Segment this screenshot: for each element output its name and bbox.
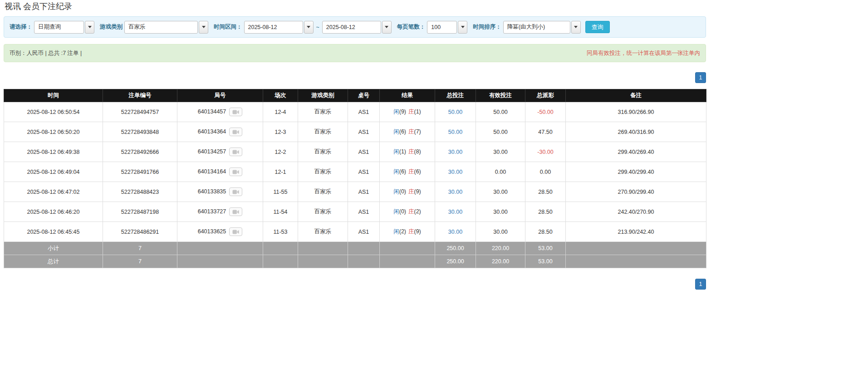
cell-time: 2025-08-12 06:47:02 [4,182,103,202]
table-row: 2025-08-12 06:49:38522728492666640134257… [4,142,706,162]
cell-session: 11-53 [263,222,298,242]
video-camera-icon [232,149,239,155]
time-sort-input[interactable]: 降冪(由大到小) [503,21,570,34]
cell-session: 12-4 [263,102,298,122]
column-header: 总投注 [435,89,476,102]
cell-payout: -50.00 [525,102,566,122]
cell-time: 2025-08-12 06:50:20 [4,122,103,142]
date-from-input[interactable]: 2025-08-12 [244,21,303,34]
result-player-label: 闲 [393,128,399,135]
cell-table-no: AS1 [348,122,380,142]
total-bet-link[interactable]: 30.00 [448,169,462,175]
footer-empty [348,255,380,268]
search-button[interactable]: 查询 [585,21,610,33]
footer-label: 小计 [4,242,103,255]
column-header: 有效投注 [476,89,525,102]
cell-session: 11-54 [263,202,298,222]
date-from-dropdown-arrow-icon[interactable] [304,21,314,34]
time-sort-dropdown-arrow-icon[interactable] [571,21,581,34]
page-number-button[interactable]: 1 [695,72,706,83]
page-size-dropdown-arrow-icon[interactable] [458,21,467,34]
cell-game-type: 百家乐 [298,122,348,142]
page-size-combo: 100 [427,21,467,34]
page-number-button[interactable]: 1 [695,279,706,290]
total-bet-link[interactable]: 50.00 [448,109,462,115]
cell-bet-id: 522728494757 [103,102,177,122]
footer-empty [263,255,298,268]
cell-result: 闲(0)庄(9) [380,182,435,202]
video-replay-button[interactable] [229,227,242,236]
cell-session: 12-1 [263,162,298,182]
cell-valid-bet: 30.00 [476,222,525,242]
column-header: 备注 [566,89,706,102]
cell-game-type: 百家乐 [298,162,348,182]
footer-empty [566,255,706,268]
result-player-value: (1) [399,148,406,155]
cell-round-id: 640133625 [177,222,263,242]
summary-currency-count-text: 币别：人民币 | 总共 :7 注单 | [10,49,82,57]
video-replay-button[interactable] [229,207,242,216]
total-bet-link[interactable]: 30.00 [448,149,462,155]
footer-empty [263,242,298,255]
table-row: 2025-08-12 06:47:02522728488423640133835… [4,182,706,202]
footer-empty [298,255,348,268]
column-header: 注单编号 [103,89,177,102]
game-type-dropdown-arrow-icon[interactable] [199,21,208,34]
footer-payout: 53.00 [525,255,566,268]
round-id-text: 640134164 [198,168,226,175]
result-banker-value: (1) [414,108,421,115]
select-type-label: 请选择： [10,23,32,31]
cell-table-no: AS1 [348,142,380,162]
cell-valid-bet: 30.00 [476,142,525,162]
date-range-separator: ~ [316,24,319,30]
time-range-label: 时间区间： [214,23,242,31]
cell-game-type: 百家乐 [298,182,348,202]
cell-total-bet: 30.00 [435,142,476,162]
page-size-input[interactable]: 100 [427,21,457,34]
cell-total-bet: 30.00 [435,182,476,202]
footer-empty [177,255,263,268]
table-row: 2025-08-12 06:49:04522728491766640134164… [4,162,706,182]
pagination-bottom: 1 [4,279,706,290]
video-camera-icon [232,129,239,135]
column-header: 桌号 [348,89,380,102]
round-id-text: 640134364 [198,128,226,135]
column-header: 时间 [4,89,103,102]
bet-records-table: 时间注单编号局号场次游戏类别桌号结果总投注有效投注总派彩备注 2025-08-1… [4,89,706,268]
video-replay-button[interactable] [229,148,242,156]
cell-table-no: AS1 [348,102,380,122]
total-bet-link[interactable]: 30.00 [448,209,462,215]
game-type-combo: 百家乐 [124,21,208,34]
date-to-dropdown-arrow-icon[interactable] [382,21,392,34]
date-from-combo: 2025-08-12 [244,21,314,34]
result-banker-label: 庄 [408,148,414,155]
select-type-input[interactable]: 日期查询 [34,21,84,34]
cell-remark: 270.90/299.40 [566,182,706,202]
total-bet-link[interactable]: 50.00 [448,129,462,135]
page-container: 视讯 会员下注纪录 请选择： 日期查询 游戏类别 百家乐 时间区间： 2025-… [4,0,706,290]
total-bet-link[interactable]: 30.00 [448,189,462,195]
footer-total-bet: 250.00 [435,255,476,268]
footer-count: 7 [103,242,177,255]
result-banker-label: 庄 [408,168,414,175]
select-type-dropdown-arrow-icon[interactable] [85,21,94,34]
table-footer-row: 总计7250.00220.0053.00 [4,255,706,268]
footer-label: 总计 [4,255,103,268]
page-size-label: 每页笔数： [397,23,426,31]
cell-game-type: 百家乐 [298,102,348,122]
date-to-combo: 2025-08-12 [322,21,392,34]
total-bet-link[interactable]: 30.00 [448,229,462,235]
cell-session: 12-2 [263,142,298,162]
video-replay-button[interactable] [229,187,242,196]
video-replay-button[interactable] [229,108,242,116]
cell-time: 2025-08-12 06:45:45 [4,222,103,242]
video-replay-button[interactable] [229,167,242,176]
cell-table-no: AS1 [348,182,380,202]
date-to-input[interactable]: 2025-08-12 [322,21,381,34]
cell-total-bet: 30.00 [435,222,476,242]
payout-value: 47.50 [538,129,552,135]
game-type-input[interactable]: 百家乐 [124,21,198,34]
time-sort-combo: 降冪(由大到小) [503,21,581,34]
cell-valid-bet: 30.00 [476,182,525,202]
video-replay-button[interactable] [229,128,242,136]
